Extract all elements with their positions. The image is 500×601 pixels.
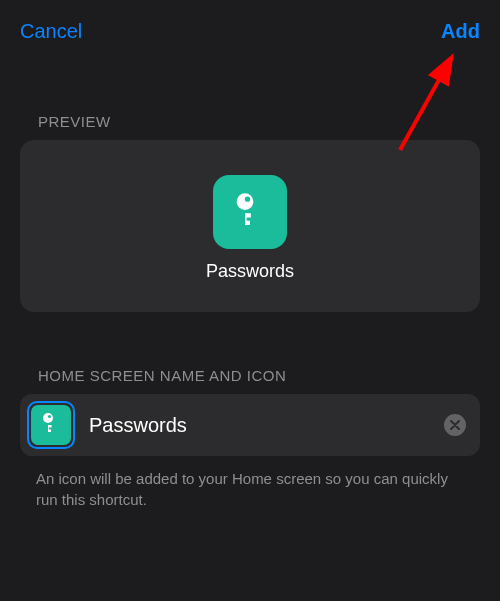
key-icon (230, 190, 270, 234)
header-bar: Cancel Add (0, 0, 500, 53)
add-button[interactable]: Add (441, 20, 480, 43)
svg-point-3 (48, 415, 51, 418)
clear-input-button[interactable] (444, 414, 466, 436)
preview-card: Passwords (20, 140, 480, 312)
name-input-row (20, 394, 480, 456)
close-icon (450, 418, 460, 433)
svg-point-0 (237, 193, 254, 210)
app-icon-preview (213, 175, 287, 249)
svg-point-1 (245, 197, 250, 202)
cancel-button[interactable]: Cancel (20, 20, 82, 43)
preview-app-name: Passwords (206, 261, 294, 282)
shortcut-name-input[interactable] (89, 414, 430, 437)
icon-picker-button[interactable] (27, 401, 75, 449)
name-section-label: HOME SCREEN NAME AND ICON (0, 367, 500, 384)
app-icon-small (31, 405, 71, 445)
svg-point-2 (43, 413, 53, 423)
preview-section-label: PREVIEW (0, 113, 500, 130)
helper-text: An icon will be added to your Home scree… (0, 456, 500, 510)
key-icon (39, 411, 63, 439)
svg-line-5 (400, 60, 450, 150)
